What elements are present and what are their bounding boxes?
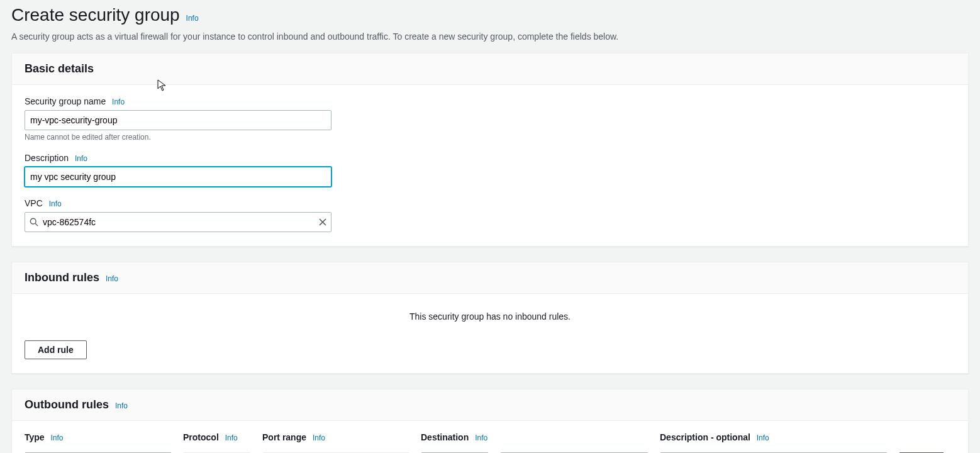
outbound-destination-info-link[interactable]: Info (475, 433, 487, 442)
basic-details-heading: Basic details (25, 62, 94, 76)
vpc-info-link[interactable]: Info (49, 199, 62, 208)
outbound-info-link[interactable]: Info (115, 401, 128, 410)
outbound-header-description: Description - optional (660, 432, 750, 442)
outbound-protocol-info-link[interactable]: Info (225, 433, 238, 442)
outbound-description-info-link[interactable]: Info (757, 433, 769, 442)
inbound-add-rule-button[interactable]: Add rule (25, 340, 87, 359)
clear-icon[interactable] (319, 218, 326, 226)
outbound-header-protocol: Protocol (183, 432, 219, 442)
vpc-input[interactable] (25, 212, 331, 232)
outbound-port-info-link[interactable]: Info (313, 433, 325, 442)
sg-desc-info-link[interactable]: Info (75, 154, 87, 163)
basic-details-panel: Basic details Security group name Info N… (11, 53, 969, 247)
sg-name-input[interactable] (25, 110, 331, 130)
sg-name-hint: Name cannot be edited after creation. (25, 133, 955, 142)
inbound-rules-panel: Inbound rules Info This security group h… (11, 262, 969, 374)
sg-name-label: Security group name (25, 96, 106, 106)
page-subtitle: A security group acts as a virtual firew… (11, 31, 969, 42)
page-title-info-link[interactable]: Info (186, 14, 199, 23)
outbound-type-info-link[interactable]: Info (51, 433, 64, 442)
outbound-header-port: Port range (262, 432, 306, 442)
page-title: Create security group (11, 5, 180, 25)
inbound-info-link[interactable]: Info (106, 274, 118, 283)
vpc-label: VPC (25, 198, 43, 208)
inbound-empty-message: This security group has no inbound rules… (25, 305, 955, 340)
sg-desc-label: Description (25, 153, 69, 163)
outbound-header-type: Type (25, 432, 45, 442)
outbound-rules-panel: Outbound rules Info Type Info Protocol I… (11, 389, 969, 453)
outbound-rules-heading: Outbound rules (25, 398, 109, 411)
sg-name-info-link[interactable]: Info (112, 98, 125, 106)
sg-desc-input[interactable] (25, 167, 331, 187)
outbound-header-destination: Destination (421, 432, 469, 442)
inbound-rules-heading: Inbound rules (25, 271, 99, 284)
